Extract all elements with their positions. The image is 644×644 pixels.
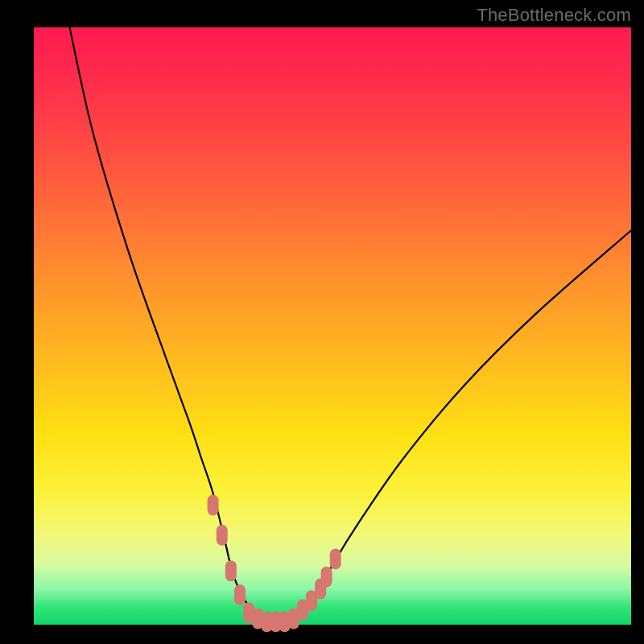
watermark-text: TheBottleneck.com (477, 5, 631, 26)
curve-path (70, 27, 631, 622)
curve-marker (321, 567, 332, 588)
curve-marker (330, 548, 341, 569)
curve-markers (208, 495, 341, 633)
bottleneck-curve-svg (34, 27, 631, 625)
curve-marker (208, 495, 219, 516)
chart-frame: TheBottleneck.com (0, 0, 644, 644)
curve-marker (225, 560, 237, 581)
plot-area (34, 27, 631, 625)
curve-marker (217, 525, 228, 546)
curve-marker (234, 584, 246, 605)
